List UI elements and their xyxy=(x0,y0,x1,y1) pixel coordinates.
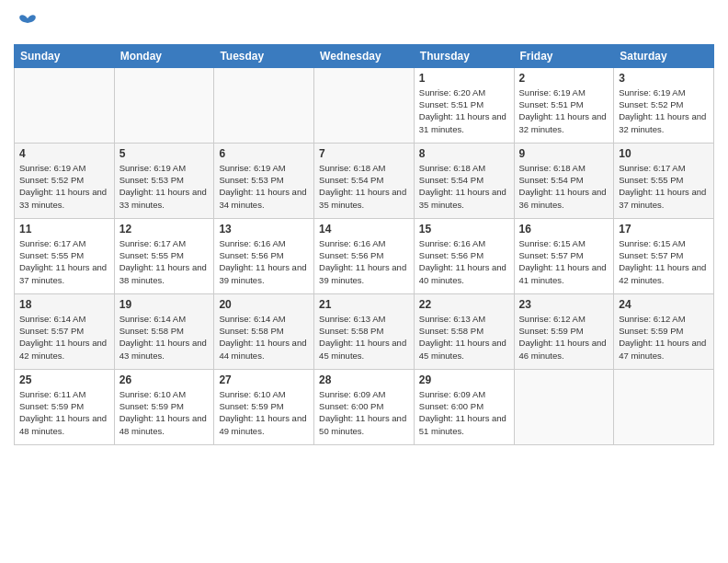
day-number: 4 xyxy=(19,147,109,160)
header-tuesday: Tuesday xyxy=(214,44,314,67)
calendar-cell: 19Sunrise: 6:14 AMSunset: 5:58 PMDayligh… xyxy=(114,293,214,369)
day-number: 28 xyxy=(319,373,409,386)
calendar-cell: 4Sunrise: 6:19 AMSunset: 5:52 PMDaylight… xyxy=(15,143,115,218)
cell-content: Sunrise: 6:19 AMSunset: 5:52 PMDaylight:… xyxy=(619,86,709,135)
day-number: 15 xyxy=(419,223,509,236)
calendar-cell: 21Sunrise: 6:13 AMSunset: 5:58 PMDayligh… xyxy=(314,293,415,369)
cell-content: Sunrise: 6:13 AMSunset: 5:58 PMDaylight:… xyxy=(419,313,509,362)
calendar-cell: 3Sunrise: 6:19 AMSunset: 5:52 PMDaylight… xyxy=(614,67,714,143)
logo-bird-icon xyxy=(17,14,39,32)
calendar-cell: 8Sunrise: 6:18 AMSunset: 5:54 PMDaylight… xyxy=(414,143,514,218)
calendar-header-row: SundayMondayTuesdayWednesdayThursdayFrid… xyxy=(15,44,714,67)
day-number: 10 xyxy=(619,147,709,160)
calendar-cell: 15Sunrise: 6:16 AMSunset: 5:56 PMDayligh… xyxy=(414,218,514,293)
week-row-3: 18Sunrise: 6:14 AMSunset: 5:57 PMDayligh… xyxy=(15,293,714,369)
week-row-1: 4Sunrise: 6:19 AMSunset: 5:52 PMDaylight… xyxy=(15,143,714,218)
day-number: 29 xyxy=(419,373,509,386)
calendar-cell xyxy=(214,67,314,143)
cell-content: Sunrise: 6:14 AMSunset: 5:57 PMDaylight:… xyxy=(19,313,109,362)
day-number: 6 xyxy=(219,147,309,160)
cell-content: Sunrise: 6:18 AMSunset: 5:54 PMDaylight:… xyxy=(519,162,609,211)
calendar-cell: 18Sunrise: 6:14 AMSunset: 5:57 PMDayligh… xyxy=(15,293,115,369)
cell-content: Sunrise: 6:16 AMSunset: 5:56 PMDaylight:… xyxy=(219,237,309,286)
cell-content: Sunrise: 6:19 AMSunset: 5:53 PMDaylight:… xyxy=(119,162,210,211)
calendar-cell: 29Sunrise: 6:09 AMSunset: 6:00 PMDayligh… xyxy=(414,369,514,444)
week-row-0: 1Sunrise: 6:20 AMSunset: 5:51 PMDaylight… xyxy=(15,67,714,143)
calendar-cell: 14Sunrise: 6:16 AMSunset: 5:56 PMDayligh… xyxy=(314,218,415,293)
cell-content: Sunrise: 6:19 AMSunset: 5:53 PMDaylight:… xyxy=(219,162,309,211)
page-container: SundayMondayTuesdayWednesdayThursdayFrid… xyxy=(0,0,728,454)
day-number: 7 xyxy=(319,147,409,160)
cell-content: Sunrise: 6:09 AMSunset: 6:00 PMDaylight:… xyxy=(419,388,509,437)
day-number: 16 xyxy=(519,223,609,236)
cell-content: Sunrise: 6:20 AMSunset: 5:51 PMDaylight:… xyxy=(419,86,509,135)
cell-content: Sunrise: 6:19 AMSunset: 5:51 PMDaylight:… xyxy=(519,86,609,135)
calendar-cell: 13Sunrise: 6:16 AMSunset: 5:56 PMDayligh… xyxy=(214,218,314,293)
cell-content: Sunrise: 6:09 AMSunset: 6:00 PMDaylight:… xyxy=(319,388,409,437)
day-number: 25 xyxy=(19,373,109,386)
calendar-cell xyxy=(15,67,115,143)
cell-content: Sunrise: 6:16 AMSunset: 5:56 PMDaylight:… xyxy=(319,237,409,286)
cell-content: Sunrise: 6:18 AMSunset: 5:54 PMDaylight:… xyxy=(419,162,509,211)
calendar-cell: 24Sunrise: 6:12 AMSunset: 5:59 PMDayligh… xyxy=(614,293,714,369)
calendar-cell: 11Sunrise: 6:17 AMSunset: 5:55 PMDayligh… xyxy=(15,218,115,293)
calendar-cell: 27Sunrise: 6:10 AMSunset: 5:59 PMDayligh… xyxy=(214,369,314,444)
calendar-cell: 12Sunrise: 6:17 AMSunset: 5:55 PMDayligh… xyxy=(114,218,214,293)
cell-content: Sunrise: 6:10 AMSunset: 5:59 PMDaylight:… xyxy=(219,388,309,437)
cell-content: Sunrise: 6:12 AMSunset: 5:59 PMDaylight:… xyxy=(619,313,709,362)
cell-content: Sunrise: 6:15 AMSunset: 5:57 PMDaylight:… xyxy=(519,237,609,286)
calendar-cell xyxy=(614,369,714,444)
header xyxy=(14,9,714,37)
day-number: 24 xyxy=(619,298,709,311)
day-number: 22 xyxy=(419,298,509,311)
day-number: 12 xyxy=(119,223,210,236)
calendar-cell: 5Sunrise: 6:19 AMSunset: 5:53 PMDaylight… xyxy=(114,143,214,218)
calendar-cell: 17Sunrise: 6:15 AMSunset: 5:57 PMDayligh… xyxy=(614,218,714,293)
day-number: 27 xyxy=(219,373,309,386)
week-row-2: 11Sunrise: 6:17 AMSunset: 5:55 PMDayligh… xyxy=(15,218,714,293)
cell-content: Sunrise: 6:18 AMSunset: 5:54 PMDaylight:… xyxy=(319,162,409,211)
day-number: 21 xyxy=(319,298,409,311)
day-number: 11 xyxy=(19,223,109,236)
day-number: 14 xyxy=(319,223,409,236)
header-saturday: Saturday xyxy=(614,44,714,67)
calendar-cell: 20Sunrise: 6:14 AMSunset: 5:58 PMDayligh… xyxy=(214,293,314,369)
calendar-cell: 1Sunrise: 6:20 AMSunset: 5:51 PMDaylight… xyxy=(414,67,514,143)
cell-content: Sunrise: 6:12 AMSunset: 5:59 PMDaylight:… xyxy=(519,313,609,362)
day-number: 8 xyxy=(419,147,509,160)
day-number: 26 xyxy=(119,373,210,386)
cell-content: Sunrise: 6:10 AMSunset: 5:59 PMDaylight:… xyxy=(119,388,210,437)
cell-content: Sunrise: 6:19 AMSunset: 5:52 PMDaylight:… xyxy=(19,162,109,211)
day-number: 23 xyxy=(519,298,609,311)
day-number: 5 xyxy=(119,147,210,160)
logo xyxy=(14,14,39,37)
calendar-cell: 9Sunrise: 6:18 AMSunset: 5:54 PMDaylight… xyxy=(514,143,614,218)
day-number: 17 xyxy=(619,223,709,236)
day-number: 3 xyxy=(619,72,709,85)
calendar-cell: 25Sunrise: 6:11 AMSunset: 5:59 PMDayligh… xyxy=(15,369,115,444)
day-number: 19 xyxy=(119,298,210,311)
calendar-table: SundayMondayTuesdayWednesdayThursdayFrid… xyxy=(14,44,714,445)
calendar-cell: 22Sunrise: 6:13 AMSunset: 5:58 PMDayligh… xyxy=(414,293,514,369)
calendar-cell: 16Sunrise: 6:15 AMSunset: 5:57 PMDayligh… xyxy=(514,218,614,293)
cell-content: Sunrise: 6:17 AMSunset: 5:55 PMDaylight:… xyxy=(619,162,709,211)
calendar-cell xyxy=(314,67,415,143)
cell-content: Sunrise: 6:17 AMSunset: 5:55 PMDaylight:… xyxy=(119,237,210,286)
calendar-cell: 2Sunrise: 6:19 AMSunset: 5:51 PMDaylight… xyxy=(514,67,614,143)
calendar-cell xyxy=(514,369,614,444)
week-row-4: 25Sunrise: 6:11 AMSunset: 5:59 PMDayligh… xyxy=(15,369,714,444)
header-wednesday: Wednesday xyxy=(314,44,415,67)
cell-content: Sunrise: 6:14 AMSunset: 5:58 PMDaylight:… xyxy=(219,313,309,362)
header-friday: Friday xyxy=(514,44,614,67)
cell-content: Sunrise: 6:15 AMSunset: 5:57 PMDaylight:… xyxy=(619,237,709,286)
day-number: 13 xyxy=(219,223,309,236)
cell-content: Sunrise: 6:11 AMSunset: 5:59 PMDaylight:… xyxy=(19,388,109,437)
header-sunday: Sunday xyxy=(15,44,115,67)
calendar-cell: 23Sunrise: 6:12 AMSunset: 5:59 PMDayligh… xyxy=(514,293,614,369)
header-monday: Monday xyxy=(114,44,214,67)
day-number: 20 xyxy=(219,298,309,311)
calendar-cell: 26Sunrise: 6:10 AMSunset: 5:59 PMDayligh… xyxy=(114,369,214,444)
calendar-cell xyxy=(114,67,214,143)
day-number: 1 xyxy=(419,72,509,85)
calendar-cell: 28Sunrise: 6:09 AMSunset: 6:00 PMDayligh… xyxy=(314,369,415,444)
